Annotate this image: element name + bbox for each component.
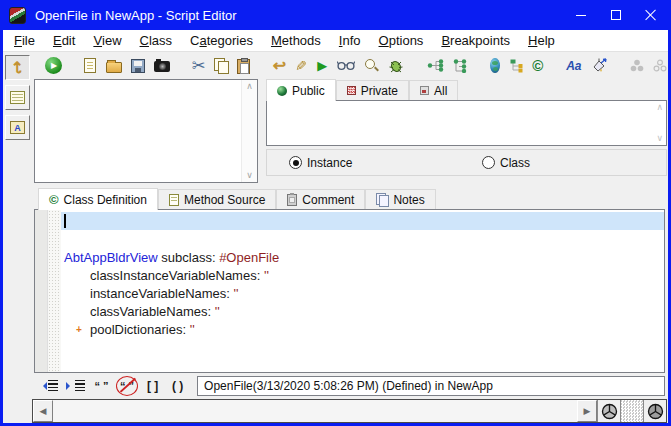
tab-private-label: Private	[361, 84, 398, 98]
group-button[interactable]	[630, 56, 644, 76]
save-script-button[interactable]	[131, 56, 145, 76]
code-token: ''	[190, 322, 195, 337]
org-chart-button[interactable]	[509, 56, 523, 76]
code-line[interactable]: poolDictionaries: ''	[61, 320, 664, 338]
menu-edit[interactable]: Edit	[44, 30, 84, 51]
tab-comment-label: Comment	[302, 193, 354, 207]
scroll-up-icon[interactable]: ∧	[246, 82, 253, 91]
menu-breakpoints[interactable]: Breakpoints	[432, 30, 519, 51]
browse-button[interactable]	[337, 56, 355, 76]
activity-dial-icon	[601, 403, 618, 420]
part-tree-button[interactable]	[453, 56, 468, 76]
public-icon	[277, 86, 287, 96]
outdent-button[interactable]	[39, 376, 58, 395]
menu-categories[interactable]: Categories	[181, 30, 262, 51]
code-area[interactable]: AbtAppBldrView subclass: #OpenFileclassI…	[61, 210, 664, 372]
part-tree-icon	[453, 59, 468, 73]
new-script-icon	[84, 58, 96, 73]
debug-button[interactable]	[388, 56, 404, 76]
undo-button[interactable]	[273, 56, 286, 76]
menu-file[interactable]: File	[5, 30, 44, 51]
parentheses-button[interactable]: ( )	[169, 376, 186, 395]
menu-methods[interactable]: Methods	[262, 30, 330, 51]
activity-indicator-right	[643, 400, 666, 422]
copy-button[interactable]	[214, 56, 228, 76]
indent-icon	[66, 382, 74, 390]
font-button[interactable]	[566, 56, 581, 76]
new-script-button[interactable]	[84, 56, 96, 76]
menu-class[interactable]: Class	[131, 30, 182, 51]
screenshot-icon	[154, 61, 170, 72]
title-bar[interactable]: OpenFile in NewApp - Script Editor	[3, 0, 668, 30]
scroll-right-button[interactable]: ▶	[577, 400, 597, 422]
code-line[interactable]	[61, 212, 664, 230]
categories-list-body[interactable]	[35, 80, 241, 182]
tab-method-source[interactable]: Method Source	[158, 189, 276, 209]
methods-list[interactable]: ∧ ∨	[266, 100, 667, 146]
categories-scrollbar[interactable]: ∧ ∨	[241, 80, 257, 182]
fill-color-icon	[591, 58, 608, 73]
ungroup-button[interactable]	[653, 56, 667, 76]
class-tree-button[interactable]	[427, 56, 444, 76]
open-script-button[interactable]	[106, 56, 122, 76]
code-line[interactable]: AbtAppBldrView subclass: #OpenFile	[61, 248, 664, 266]
menu-options[interactable]: Options	[370, 30, 433, 51]
status-text: OpenFile(3/13/2020 5:08:26 PM) (Defined)…	[204, 379, 493, 393]
tab-private[interactable]: Private	[336, 80, 409, 100]
code-line[interactable]: classVariableNames: ''	[61, 302, 664, 320]
toolbar	[32, 52, 667, 79]
refresh-view-button[interactable]	[5, 55, 30, 80]
tab-class-definition-label: Class Definition	[64, 193, 147, 207]
scroll-up-icon[interactable]: ∧	[656, 103, 663, 112]
scrollbar-track[interactable]	[53, 400, 577, 422]
search-button[interactable]	[364, 56, 379, 76]
class-definition-button[interactable]	[532, 56, 544, 76]
scroll-left-button[interactable]: ◀	[33, 400, 53, 422]
code-line[interactable]	[61, 230, 664, 248]
tab-public-label: Public	[292, 84, 325, 98]
close-button[interactable]	[633, 0, 668, 30]
cut-button[interactable]	[192, 56, 205, 76]
paste-icon	[237, 59, 250, 74]
brackets-button[interactable]: [ ]	[144, 376, 161, 395]
globe-button[interactable]	[490, 58, 500, 73]
tab-comment[interactable]: Comment	[276, 189, 365, 209]
tab-notes[interactable]: Notes	[365, 189, 435, 209]
menu-info[interactable]: Info	[330, 30, 370, 51]
text-lines-glyph	[48, 380, 58, 391]
tab-all-label: All	[434, 84, 447, 98]
code-line[interactable]: classInstanceVariableNames: ''	[61, 266, 664, 284]
code-token: AbtAppBldrView	[64, 250, 158, 265]
fill-color-button[interactable]	[591, 56, 608, 76]
scroll-down-icon[interactable]: ∨	[656, 134, 663, 143]
uncomment-button[interactable]: “ ”	[118, 376, 136, 395]
tab-all[interactable]: All	[409, 80, 458, 100]
tab-public[interactable]: Public	[266, 79, 336, 101]
run-button[interactable]	[45, 56, 62, 76]
code-token: instanceVariableNames:	[90, 286, 234, 301]
composition-editor-button[interactable]: A	[5, 115, 30, 140]
instance-radio[interactable]: Instance	[289, 156, 482, 170]
scroll-down-icon[interactable]: ∨	[246, 171, 253, 180]
code-line[interactable]: instanceVariableNames: ''	[61, 284, 664, 302]
class-tree-icon	[427, 59, 444, 72]
minimize-button[interactable]	[563, 0, 598, 30]
notes-icon	[376, 193, 388, 206]
copy-icon	[214, 58, 228, 73]
paste-button[interactable]	[237, 56, 250, 76]
comment-button[interactable]: “ ”	[93, 376, 110, 395]
indent-button[interactable]	[66, 376, 85, 395]
pen-button[interactable]	[295, 56, 307, 76]
run-method-button[interactable]	[316, 56, 328, 76]
menu-help[interactable]: Help	[519, 30, 564, 51]
screenshot-button[interactable]	[154, 56, 170, 76]
horizontal-scrollbar[interactable]: ◀ ▶	[32, 399, 667, 423]
code-token: ''	[264, 268, 269, 283]
script-editor-button[interactable]	[5, 85, 30, 110]
menu-view[interactable]: View	[84, 30, 130, 51]
categories-list[interactable]: ∧ ∨	[34, 79, 258, 183]
code-editor[interactable]: AbtAppBldrView subclass: #OpenFileclassI…	[34, 209, 665, 373]
maximize-button[interactable]	[598, 0, 633, 30]
tab-class-definition[interactable]: Class Definition	[38, 188, 158, 210]
class-radio[interactable]: Class	[482, 156, 530, 170]
